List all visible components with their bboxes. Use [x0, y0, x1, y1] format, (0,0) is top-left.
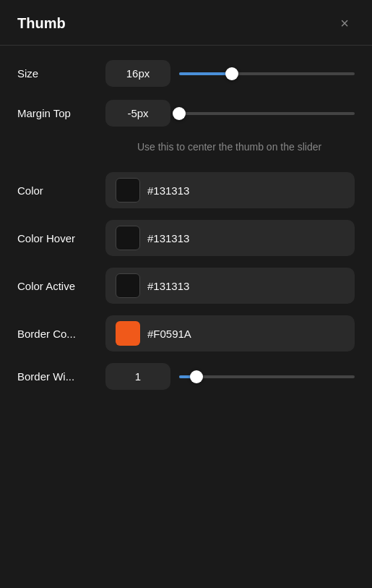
color-hover-swatch: [116, 226, 140, 250]
margin-top-slider-track: [179, 112, 355, 115]
color-hover-label: Color Hover: [17, 232, 97, 244]
color-label: Color: [17, 184, 97, 197]
color-swatch: [116, 178, 140, 203]
color-active-input[interactable]: #131313: [105, 268, 355, 304]
border-width-slider-track: [179, 375, 355, 378]
color-hover-row: Color Hover #131313: [17, 220, 355, 256]
color-active-hex: #131313: [147, 280, 189, 292]
size-label: Size: [17, 67, 97, 80]
size-slider-thumb[interactable]: [225, 67, 238, 80]
color-active-row: Color Active #131313: [17, 268, 355, 304]
color-active-label: Color Active: [17, 280, 97, 292]
size-slider[interactable]: [179, 72, 355, 75]
border-width-row: Border Wi... 1: [17, 363, 355, 390]
border-color-input[interactable]: #F0591A: [105, 315, 355, 351]
panel-title: Thumb: [17, 15, 66, 32]
margin-top-row: Margin Top -5px: [17, 100, 355, 127]
border-width-slider[interactable]: [179, 375, 355, 378]
size-row: Size 16px: [17, 60, 355, 87]
color-hex: #131313: [147, 184, 189, 197]
hint-text: Use this to center the thumb on the slid…: [104, 140, 355, 155]
panel-header: Thumb ×: [0, 0, 372, 45]
margin-top-slider-thumb[interactable]: [173, 107, 186, 120]
color-active-swatch: [116, 273, 140, 298]
color-row: Color #131313: [17, 172, 355, 208]
size-slider-track: [179, 72, 355, 75]
border-color-hex: #F0591A: [147, 328, 191, 340]
size-slider-fill: [179, 72, 232, 75]
margin-top-value[interactable]: -5px: [105, 100, 170, 127]
border-color-row: Border Co... #F0591A: [17, 315, 355, 351]
divider: [0, 45, 372, 46]
thumb-panel: Thumb × Size 16px Margin Top -5px: [0, 0, 372, 588]
color-input[interactable]: #131313: [105, 172, 355, 208]
color-hover-hex: #131313: [147, 232, 189, 244]
border-color-swatch: [116, 321, 140, 346]
border-color-label: Border Co...: [17, 328, 97, 340]
border-width-slider-thumb[interactable]: [190, 370, 203, 383]
border-width-label: Border Wi...: [17, 370, 97, 383]
panel-content: Size 16px Margin Top -5px Use th: [0, 60, 372, 390]
close-button[interactable]: ×: [334, 13, 355, 33]
size-value[interactable]: 16px: [105, 60, 170, 87]
margin-top-label: Margin Top: [17, 107, 97, 119]
color-hover-input[interactable]: #131313: [105, 220, 355, 256]
margin-top-slider[interactable]: [179, 112, 355, 115]
border-width-value[interactable]: 1: [105, 363, 170, 390]
